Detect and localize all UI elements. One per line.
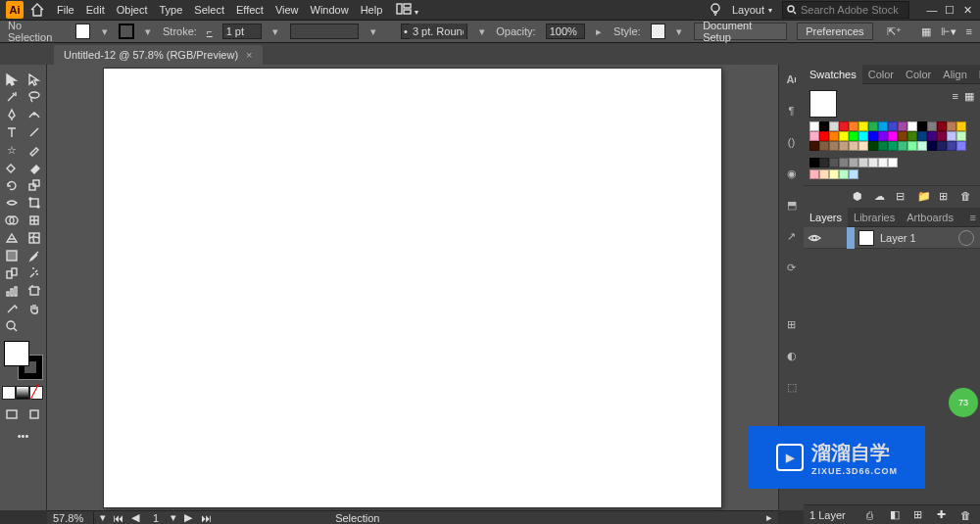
close-button[interactable]: ✕ xyxy=(960,4,974,17)
perspective-grid-tool[interactable] xyxy=(0,229,24,247)
swatch[interactable] xyxy=(819,121,829,131)
swatch[interactable] xyxy=(809,169,819,179)
first-artboard[interactable]: ⏮ xyxy=(112,512,123,524)
new-color-group-icon[interactable]: 📁 xyxy=(917,190,931,204)
stroke-weight-input[interactable] xyxy=(222,24,262,39)
eraser-tool[interactable] xyxy=(24,159,47,176)
eyedropper-tool[interactable] xyxy=(24,247,47,264)
glyphs-icon[interactable]: () xyxy=(783,133,801,151)
swatch[interactable] xyxy=(809,158,819,167)
color-mode[interactable] xyxy=(2,386,16,400)
graphic-style-swatch[interactable] xyxy=(651,24,665,39)
swatch[interactable] xyxy=(849,158,858,167)
fill-color[interactable] xyxy=(4,341,29,366)
swatch[interactable] xyxy=(917,121,927,131)
swatch[interactable] xyxy=(868,131,878,141)
delete-layer-icon[interactable]: 🗑 xyxy=(960,509,974,521)
swatch[interactable] xyxy=(947,131,956,141)
swatch[interactable] xyxy=(947,141,956,151)
swatch[interactable] xyxy=(829,158,839,167)
swatch[interactable] xyxy=(956,141,966,151)
variable-width-profile[interactable] xyxy=(290,24,359,39)
swatch[interactable] xyxy=(819,141,829,151)
magic-wand-tool[interactable] xyxy=(0,88,24,106)
shape-builder-tool[interactable] xyxy=(0,212,24,229)
artboard[interactable] xyxy=(104,69,721,507)
swatch[interactable] xyxy=(809,131,819,141)
swatch[interactable] xyxy=(898,131,907,141)
properties-icon[interactable]: AI xyxy=(783,71,801,88)
zoom-dropdown[interactable]: ▾ xyxy=(100,511,106,524)
swatch[interactable] xyxy=(809,141,819,151)
swatch[interactable] xyxy=(888,141,898,151)
layer-name[interactable]: Layer 1 xyxy=(880,232,953,244)
swatch[interactable] xyxy=(907,131,917,141)
visibility-toggle[interactable] xyxy=(804,233,825,243)
prev-artboard[interactable]: ◀ xyxy=(129,511,141,524)
workspace-switcher[interactable]: Layout▾ xyxy=(732,4,772,16)
maximize-button[interactable]: ☐ xyxy=(943,4,956,17)
selection-tool[interactable] xyxy=(0,71,24,88)
canvas[interactable] xyxy=(47,65,778,510)
none-mode[interactable]: ╱ xyxy=(29,386,43,400)
asset-export-icon[interactable]: ⬒ xyxy=(783,196,801,214)
swatch[interactable] xyxy=(907,141,917,151)
swatch[interactable] xyxy=(858,158,868,167)
swatch[interactable] xyxy=(888,158,898,167)
blend-tool[interactable] xyxy=(0,264,24,282)
swatch[interactable] xyxy=(809,121,819,131)
swatch[interactable] xyxy=(917,131,927,141)
swatch[interactable] xyxy=(849,121,858,131)
stroke-weight-link[interactable]: ⌐ xyxy=(207,26,213,37)
menu-edit[interactable]: Edit xyxy=(86,4,105,16)
libraries-icon[interactable]: ⟳ xyxy=(783,259,801,276)
swatch[interactable] xyxy=(858,131,868,141)
swatch[interactable] xyxy=(868,121,878,131)
tab-close-button[interactable]: × xyxy=(246,49,252,61)
hand-tool[interactable] xyxy=(24,300,47,317)
swatch[interactable] xyxy=(819,158,829,167)
swatch[interactable] xyxy=(888,121,898,131)
swatch[interactable] xyxy=(829,169,839,179)
swatches-tab[interactable]: Swatches xyxy=(804,65,862,84)
menu-select[interactable]: Select xyxy=(194,4,224,16)
free-transform-tool[interactable] xyxy=(24,194,47,212)
swatch-options-icon[interactable]: ⊟ xyxy=(896,190,909,204)
swatch[interactable] xyxy=(829,121,839,131)
swatch[interactable] xyxy=(829,141,839,151)
color-tab[interactable]: Color xyxy=(862,65,900,84)
swatch[interactable] xyxy=(819,169,829,179)
swatch[interactable] xyxy=(917,141,927,151)
lightbulb-icon[interactable] xyxy=(709,2,722,18)
delete-swatch-icon[interactable]: 🗑 xyxy=(960,190,974,204)
swatch[interactable] xyxy=(849,131,858,141)
width-tool[interactable] xyxy=(0,194,24,212)
swatch[interactable] xyxy=(849,141,858,151)
swatch[interactable] xyxy=(937,141,947,151)
swatch[interactable] xyxy=(829,131,839,141)
swatch[interactable] xyxy=(858,141,868,151)
swatch[interactable] xyxy=(927,141,937,151)
rectangle-tool[interactable]: ☆ xyxy=(0,141,24,159)
arrange-icon[interactable]: ▾ xyxy=(396,3,418,17)
swatch[interactable] xyxy=(878,131,888,141)
swatch[interactable] xyxy=(937,131,947,141)
swatch[interactable] xyxy=(927,121,937,131)
live-paint-bucket-tool[interactable] xyxy=(24,212,47,229)
gradient-mode[interactable] xyxy=(16,386,29,400)
paintbrush-tool[interactable] xyxy=(24,141,47,159)
swatch[interactable] xyxy=(878,141,888,151)
menu-file[interactable]: File xyxy=(57,4,74,16)
mesh-tool[interactable] xyxy=(24,229,47,247)
curvature-tool[interactable] xyxy=(24,106,47,123)
layers-tab[interactable]: Layers xyxy=(804,208,848,227)
swatch-kind-icon[interactable]: ☁ xyxy=(874,190,888,204)
menu-effect[interactable]: Effect xyxy=(236,4,264,16)
change-screen-mode[interactable] xyxy=(24,405,47,423)
appearance-icon[interactable]: ◉ xyxy=(783,165,801,182)
make-clipping-mask-icon[interactable]: ◧ xyxy=(890,508,904,521)
swatch[interactable] xyxy=(839,169,849,179)
zoom-tool[interactable] xyxy=(0,317,24,335)
menu-type[interactable]: Type xyxy=(160,4,183,16)
swatch[interactable] xyxy=(839,131,849,141)
